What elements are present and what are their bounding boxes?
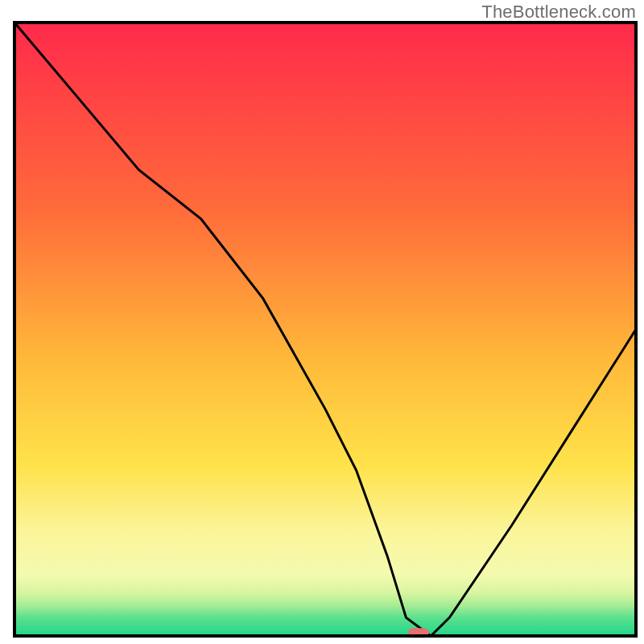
bottleneck-chart: [0, 0, 644, 644]
watermark-text: TheBottleneck.com: [481, 2, 636, 23]
gradient-background: [14, 23, 636, 636]
chart-container: TheBottleneck.com: [0, 0, 644, 644]
